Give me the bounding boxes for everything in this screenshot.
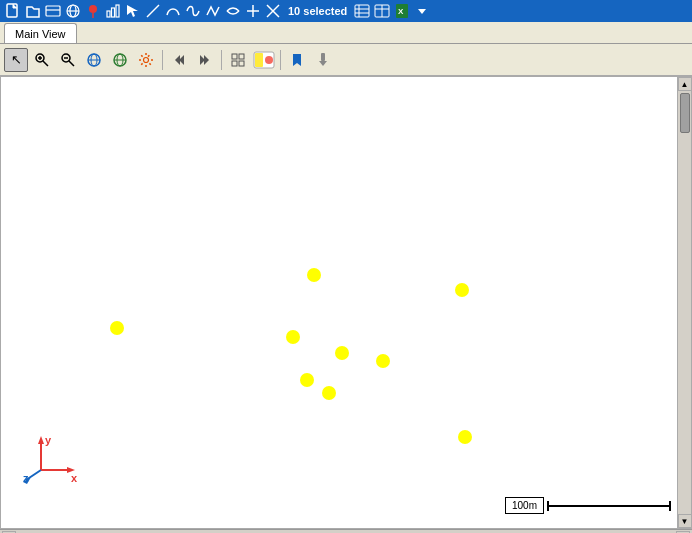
excel-icon[interactable]: X	[393, 2, 411, 20]
svg-marker-11	[127, 5, 138, 17]
top-toolbar: 10 selected X	[0, 0, 692, 22]
chart-icon[interactable]	[104, 2, 122, 20]
separator1	[162, 50, 163, 70]
svg-marker-26	[418, 9, 426, 14]
layers-icon[interactable]	[44, 2, 62, 20]
svg-rect-9	[112, 8, 115, 17]
svg-rect-47	[232, 61, 237, 66]
scroll-up-button[interactable]: ▲	[678, 77, 692, 91]
globe-icon[interactable]	[64, 2, 82, 20]
bookmark-tool[interactable]	[285, 48, 309, 72]
map-point-3	[110, 321, 124, 335]
cursor-tool[interactable]: ↖	[4, 48, 28, 72]
style-tool[interactable]	[252, 48, 276, 72]
second-toolbar: ↖	[0, 44, 692, 76]
curve1-icon[interactable]	[164, 2, 182, 20]
svg-rect-45	[232, 54, 237, 59]
svg-marker-53	[319, 61, 327, 66]
axes-indicator: y x z	[21, 430, 81, 488]
tab-main-view[interactable]: Main View	[4, 23, 77, 43]
svg-text:y: y	[45, 434, 52, 446]
map-point-4	[286, 330, 300, 344]
separator3	[280, 50, 281, 70]
map-point-7	[300, 373, 314, 387]
map-point-8	[322, 386, 336, 400]
map-point-5	[335, 346, 349, 360]
cross-icon[interactable]	[244, 2, 262, 20]
tab-bar: Main View	[0, 22, 692, 44]
back-tool[interactable]	[167, 48, 191, 72]
svg-point-40	[144, 57, 149, 62]
globe1-tool[interactable]	[82, 48, 106, 72]
grid-tool[interactable]	[226, 48, 250, 72]
svg-line-32	[69, 61, 74, 66]
right-scrollbar: ▲ ▼	[677, 77, 691, 528]
dropdown-arrow-icon[interactable]	[413, 2, 431, 20]
forward-tool[interactable]	[193, 48, 217, 72]
svg-rect-1	[46, 6, 60, 16]
svg-marker-55	[38, 436, 44, 444]
table1-icon[interactable]	[353, 2, 371, 20]
new-icon[interactable]	[4, 2, 22, 20]
separator2	[221, 50, 222, 70]
bottom-scrollbar: ◄ ►	[0, 529, 692, 533]
zoom-in-tool[interactable]	[30, 48, 54, 72]
xmark-icon[interactable]	[264, 2, 282, 20]
curve4-icon[interactable]	[224, 2, 242, 20]
globe2-tool[interactable]	[108, 48, 132, 72]
svg-point-51	[265, 56, 273, 64]
svg-rect-8	[107, 11, 110, 17]
selected-count: 10 selected	[288, 5, 347, 17]
cursor-icon[interactable]	[124, 2, 142, 20]
svg-text:x: x	[71, 472, 78, 484]
svg-line-28	[43, 61, 48, 66]
svg-point-6	[89, 5, 97, 13]
svg-rect-17	[355, 5, 369, 17]
open-icon[interactable]	[24, 2, 42, 20]
svg-rect-0	[7, 4, 17, 17]
settings-tool[interactable]	[134, 48, 158, 72]
svg-rect-48	[239, 61, 244, 66]
svg-line-12	[147, 5, 159, 17]
line-icon[interactable]	[144, 2, 162, 20]
svg-rect-52	[321, 53, 325, 61]
vertical-scrollbar-thumb[interactable]	[680, 93, 690, 133]
curve2-icon[interactable]	[184, 2, 202, 20]
svg-rect-46	[239, 54, 244, 59]
table2-icon[interactable]	[373, 2, 391, 20]
curve3-icon[interactable]	[204, 2, 222, 20]
scale-label: 100m	[505, 497, 544, 514]
svg-rect-10	[116, 5, 119, 17]
map-point-6	[376, 354, 390, 368]
svg-text:z: z	[23, 472, 29, 484]
zoom-out-tool[interactable]	[56, 48, 80, 72]
pin2-tool[interactable]	[311, 48, 335, 72]
map-point-9	[458, 430, 472, 444]
scroll-down-button[interactable]: ▼	[678, 514, 692, 528]
map-point-2	[455, 283, 469, 297]
scale-bar: 100m	[505, 497, 671, 514]
main-view[interactable]: y x z 100m ▲ ▼	[0, 76, 692, 529]
svg-text:X: X	[398, 7, 404, 16]
map-point-1	[307, 268, 321, 282]
svg-rect-50	[255, 53, 263, 67]
pin-icon[interactable]	[84, 2, 102, 20]
